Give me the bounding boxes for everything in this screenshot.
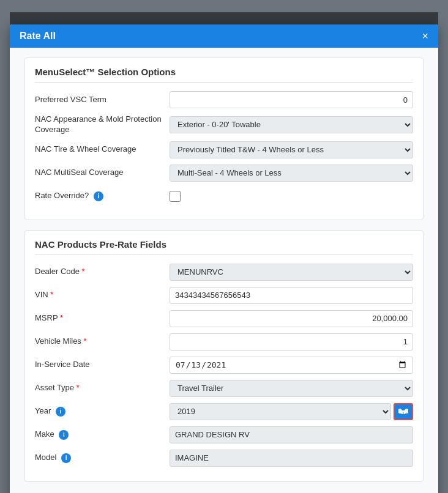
nac-appearance-select[interactable]: Exterior - 0-20' Towable — [170, 116, 413, 133]
year-input-group: 2019 — [170, 403, 413, 420]
preferred-vsc-term-label: Preferred VSC Term — [35, 95, 170, 105]
make-row: Make i — [35, 426, 413, 443]
rate-all-modal: Rate All × MenuSelect™ Selection Options… — [10, 24, 438, 493]
binoculars-icon — [398, 407, 408, 416]
nac-multiseal-label: NAC MultiSeal Coverage — [35, 168, 170, 178]
year-select[interactable]: 2019 — [170, 403, 391, 420]
model-input — [170, 450, 413, 467]
nac-multiseal-row: NAC MultiSeal Coverage Multi-Seal - 4 Wh… — [35, 165, 413, 182]
vin-label: VIN * — [35, 290, 170, 300]
rate-override-checkbox[interactable] — [170, 191, 181, 202]
rate-override-info-icon[interactable]: i — [94, 191, 103, 201]
preferred-vsc-term-input[interactable] — [170, 91, 413, 108]
nac-tire-wheel-label: NAC Tire & Wheel Coverage — [35, 144, 170, 155]
rate-override-row: Rate Override? i — [35, 188, 413, 205]
nac-tire-wheel-select[interactable]: Previously Titled T&W - 4 Wheels or Less — [170, 141, 413, 158]
year-info-icon[interactable]: i — [56, 407, 65, 417]
modal-overlay: Rate All × MenuSelect™ Selection Options… — [10, 12, 438, 493]
asset-type-label: Asset Type * — [35, 383, 170, 393]
make-info-icon[interactable]: i — [59, 430, 69, 440]
dealer-code-label: Dealer Code * — [35, 267, 170, 277]
year-label: Year i — [35, 406, 170, 417]
preferred-vsc-term-row: Preferred VSC Term — [35, 91, 413, 108]
vin-row: VIN * — [35, 287, 413, 304]
nac-tire-wheel-row: NAC Tire & Wheel Coverage Previously Tit… — [35, 141, 413, 158]
msrp-row: MSRP * — [35, 310, 413, 327]
nac-multiseal-select[interactable]: Multi-Seal - 4 Wheels or Less — [170, 165, 413, 182]
nac-appearance-label: NAC Appearance & Mold Protection Coverag… — [35, 114, 170, 135]
rate-override-label: Rate Override? i — [35, 191, 170, 201]
vehicle-miles-row: Vehicle Miles * — [35, 333, 413, 350]
msrp-input[interactable] — [170, 310, 413, 327]
in-service-date-label: In-Service Date — [35, 360, 170, 370]
dealer-code-row: Dealer Code * MENUNRVC — [35, 264, 413, 281]
model-row: Model i — [35, 450, 413, 467]
modal-body: MenuSelect™ Selection Options Preferred … — [10, 48, 438, 493]
year-search-button[interactable] — [394, 403, 413, 420]
asset-type-select[interactable]: Travel Trailer — [170, 380, 413, 397]
model-info-icon[interactable]: i — [61, 453, 71, 463]
vehicle-miles-input[interactable] — [170, 333, 413, 350]
model-label: Model i — [35, 453, 170, 463]
vehicle-miles-label: Vehicle Miles * — [35, 336, 170, 347]
in-service-date-input[interactable] — [170, 357, 413, 374]
modal-title: Rate All — [20, 31, 56, 42]
menuselect-section: MenuSelect™ Selection Options Preferred … — [24, 57, 424, 220]
make-label: Make i — [35, 429, 170, 440]
vin-input[interactable] — [170, 287, 413, 304]
asset-type-row: Asset Type * Travel Trailer — [35, 380, 413, 397]
make-input — [170, 426, 413, 443]
nac-prerate-section: NAC Products Pre-Rate Fields Dealer Code… — [24, 230, 424, 482]
nac-prerate-section-title: NAC Products Pre-Rate Fields — [35, 239, 413, 255]
dealer-code-select[interactable]: MENUNRVC — [170, 264, 413, 281]
modal-close-button[interactable]: × — [422, 31, 428, 42]
nac-appearance-row: NAC Appearance & Mold Protection Coverag… — [35, 114, 413, 135]
in-service-date-row: In-Service Date — [35, 357, 413, 374]
modal-header: Rate All × — [10, 24, 438, 48]
year-row: Year i 2019 — [35, 403, 413, 420]
menuselect-section-title: MenuSelect™ Selection Options — [35, 67, 413, 83]
msrp-label: MSRP * — [35, 313, 170, 324]
